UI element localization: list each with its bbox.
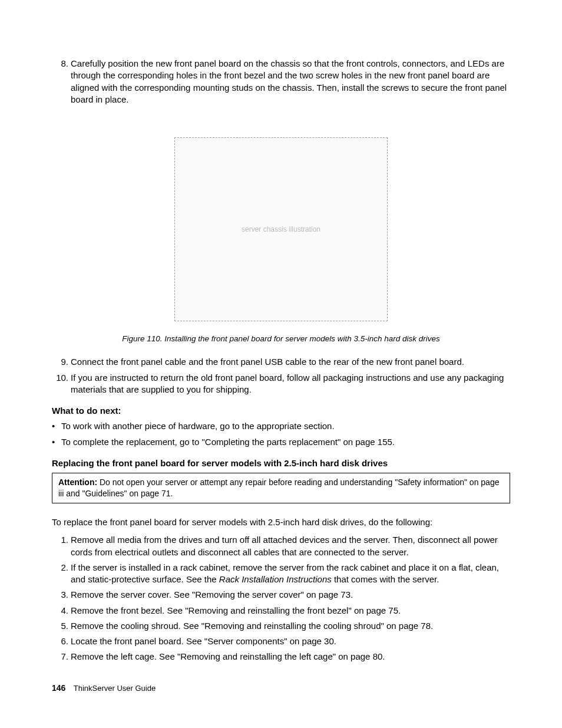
step-item: 3. Remove the server cover. See "Removin… xyxy=(52,589,510,601)
attention-text: Do not open your server or attempt any r… xyxy=(58,477,499,498)
bullet-item: To work with another piece of hardware, … xyxy=(52,420,510,432)
page-footer: 146 ThinkServer User Guide xyxy=(52,683,156,694)
step-text: Remove the server cover. See "Removing t… xyxy=(71,589,353,599)
step-number: 4. xyxy=(52,605,68,617)
step-list-after-figure: 9. Connect the front panel cable and the… xyxy=(52,356,510,396)
step-number: 10. xyxy=(52,372,68,384)
step-item: 5. Remove the cooling shroud. See "Remov… xyxy=(52,620,510,632)
document-page: 8. Carefully position the new front pane… xyxy=(0,0,562,728)
step-item: 7. Remove the left cage. See "Removing a… xyxy=(52,651,510,663)
step-list-bottom: 1. Remove all media from the drives and … xyxy=(52,534,510,663)
step-list-top: 8. Carefully position the new front pane… xyxy=(52,58,510,106)
footer-title: ThinkServer User Guide xyxy=(74,684,156,693)
step-item: 9. Connect the front panel cable and the… xyxy=(52,356,510,368)
step-text: Locate the front panel board. See "Serve… xyxy=(71,636,336,646)
step-text: If the server is installed in a rack cab… xyxy=(71,562,499,584)
step-number: 2. xyxy=(52,562,68,574)
step-number: 1. xyxy=(52,534,68,546)
bullet-item: To complete the replacement, go to "Comp… xyxy=(52,436,510,448)
attention-box: Attention: Do not open your server or at… xyxy=(52,473,510,503)
step-item: 4. Remove the front bezel. See "Removing… xyxy=(52,605,510,617)
figure-container xyxy=(52,137,510,324)
step-text: Remove all media from the drives and tur… xyxy=(71,535,498,556)
step-item: 8. Carefully position the new front pane… xyxy=(52,58,510,106)
what-next-list: To work with another piece of hardware, … xyxy=(52,420,510,448)
figure-caption: Figure 110. Installing the front panel b… xyxy=(52,334,510,344)
step-item: 2. If the server is installed in a rack … xyxy=(52,562,510,586)
step-text: Remove the front bezel. See "Removing an… xyxy=(71,605,401,615)
attention-label: Attention: xyxy=(58,477,97,487)
step-item: 6. Locate the front panel board. See "Se… xyxy=(52,635,510,647)
section-heading: Replacing the front panel board for serv… xyxy=(52,457,510,469)
what-next-heading: What to do next: xyxy=(52,405,510,417)
page-number: 146 xyxy=(52,683,65,693)
step-number: 8. xyxy=(52,58,68,70)
intro-text: To replace the front panel board for ser… xyxy=(52,516,510,528)
step-number: 7. xyxy=(52,651,68,663)
step-number: 5. xyxy=(52,620,68,632)
step-number: 6. xyxy=(52,635,68,647)
figure-illustration xyxy=(174,137,388,321)
step-number: 3. xyxy=(52,589,68,601)
step-number: 9. xyxy=(52,356,68,368)
step-item: 1. Remove all media from the drives and … xyxy=(52,534,510,558)
step-item: 10. If you are instructed to return the … xyxy=(52,372,510,396)
step-text: Remove the cooling shroud. See "Removing… xyxy=(71,621,433,631)
step-text: Carefully position the new front panel b… xyxy=(71,58,507,104)
italic-text: Rack Installation Instructions xyxy=(219,574,332,584)
step-text: Connect the front panel cable and the fr… xyxy=(71,357,464,367)
step-text: Remove the left cage. See "Removing and … xyxy=(71,651,385,661)
step-text: If you are instructed to return the old … xyxy=(71,373,504,394)
